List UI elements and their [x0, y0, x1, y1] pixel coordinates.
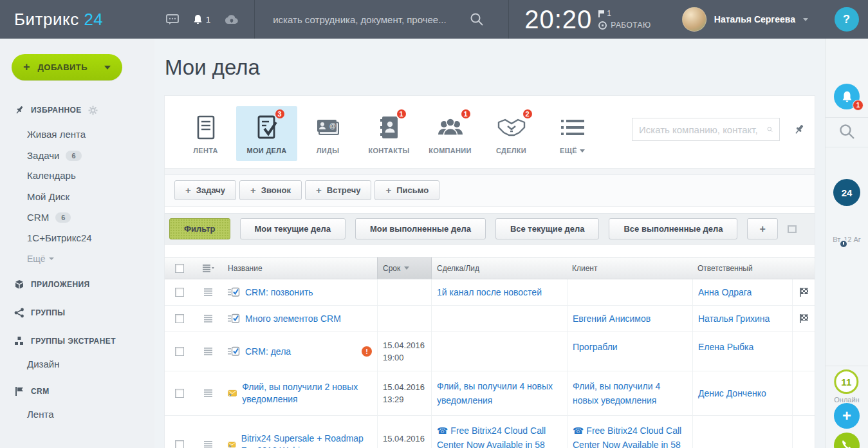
client-link[interactable]: Програбли [573, 340, 618, 354]
column-header-name[interactable]: Название [223, 257, 377, 279]
deal-link[interactable]: Флий, вы получили 4 новых уведомления [437, 379, 562, 407]
row-menu-icon[interactable] [204, 441, 212, 448]
activity-link[interactable]: Много элементов CRM [245, 313, 341, 325]
task-icon [228, 287, 240, 297]
deal-link[interactable]: ☎ Free Bitrix24 Cloud Call Center Now Av… [437, 424, 562, 448]
sidebar-item-crm-section[interactable]: CRM [0, 386, 154, 397]
table-header: Название Срок Сделка/Лид Клиент Ответств… [165, 257, 815, 279]
user-menu[interactable]: Наталья Сергеева [682, 7, 825, 32]
bell-count: 1 [206, 15, 210, 24]
crm-panel: ЛЕНТА 3 МОИ ДЕЛА @ ЛИДЫ 1 КОНТАКТЫ [164, 95, 815, 448]
bitrix24-chat-icon[interactable]: 24 [833, 179, 860, 206]
sidebar-item-extranet-groups[interactable]: ГРУППЫ ЭКСТРАНЕТ [0, 336, 154, 346]
tab-badge: 1 [460, 108, 472, 120]
filter-my-current[interactable]: Мои текущие дела [240, 218, 346, 239]
pin-icon[interactable] [793, 123, 806, 136]
row-menu-icon[interactable] [204, 288, 212, 296]
work-clock-block[interactable]: 20:20 1 РАБОТАЮ [509, 1, 651, 37]
plan-flag-icon [598, 10, 604, 17]
activity-link[interactable]: Флий, вы получили 2 новых уведомления [242, 381, 372, 406]
responsible-link[interactable]: Денис Донченко [698, 386, 766, 400]
pin-icon [14, 105, 24, 115]
mail-icon [228, 440, 236, 448]
search-icon[interactable] [470, 12, 484, 26]
search-icon[interactable] [767, 123, 773, 136]
telephony-button[interactable] [834, 433, 860, 448]
tab-feed[interactable]: ЛЕНТА [175, 106, 236, 161]
row-checkbox[interactable] [175, 347, 184, 356]
view-toggle-icon[interactable] [788, 225, 797, 233]
tab-companies[interactable]: 1 КОМПАНИИ [420, 106, 481, 161]
mail-icon [228, 389, 237, 398]
responsible-link[interactable]: Анна Одрага [698, 285, 752, 299]
sub-band [165, 169, 815, 175]
overdue-icon: ! [362, 346, 372, 357]
user-avatar[interactable] [682, 7, 706, 32]
add-meeting-button[interactable]: +Встречу [305, 180, 371, 200]
tab-my-activities[interactable]: 3 МОИ ДЕЛА [236, 106, 297, 161]
crm-search-input[interactable] [639, 124, 767, 135]
row-checkbox[interactable] [175, 389, 184, 398]
sidebar-item-crm[interactable]: CRM6 [0, 212, 154, 223]
client-link[interactable]: ☎ Free Bitrix24 Cloud Call Center Now Av… [573, 424, 687, 448]
sidebar-item-more[interactable]: Ещё [0, 254, 154, 264]
filter-all-done[interactable]: Все выполненные дела [609, 218, 737, 239]
row-checkbox[interactable] [175, 314, 184, 323]
sidebar-item-1c-bitrix24[interactable]: 1С+Битрикс24 [0, 232, 154, 243]
sidebar-item-apps[interactable]: ПРИЛОЖЕНИЯ [0, 279, 154, 290]
sidebar-item-live-feed[interactable]: Живая лента [0, 129, 154, 140]
client-link[interactable]: Евгений Анисимов [573, 312, 651, 326]
add-filter-button[interactable]: + [747, 218, 777, 239]
filter-my-done[interactable]: Мои выполненные дела [355, 218, 486, 239]
sidebar-item-my-disk[interactable]: Мой Диск [0, 191, 154, 202]
row-menu-icon[interactable] [204, 389, 212, 397]
clock-time: 20:20 [524, 1, 592, 37]
row-checkbox[interactable] [175, 440, 184, 448]
activity-link[interactable]: CRM: дела [245, 346, 291, 358]
search-icon[interactable] [838, 123, 855, 140]
bitrix24-logo[interactable]: Битрикс 24 [0, 10, 154, 30]
column-header-responsible[interactable]: Ответственный [692, 257, 792, 279]
finish-flag-icon [800, 288, 808, 297]
notifications-bell-icon[interactable]: 1 [193, 14, 210, 25]
messenger-icon[interactable] [166, 14, 179, 25]
sidebar-item-tasks[interactable]: Задачи6 [0, 150, 154, 161]
grid-menu-icon[interactable] [203, 265, 214, 272]
deal-link[interactable]: 1й канал после новостей [437, 285, 542, 299]
client-link[interactable]: Флий, вы получили 4 новых уведомления [573, 379, 687, 407]
activity-link[interactable]: Bitrix24 Supersale + Roadmap For 2016 We… [241, 433, 372, 448]
activity-link[interactable]: CRM: позвонить [245, 286, 313, 299]
add-email-button[interactable]: +Письмо [374, 180, 439, 200]
column-header-due[interactable]: Срок [377, 257, 432, 279]
row-menu-icon[interactable] [204, 348, 212, 355]
column-header-deal[interactable]: Сделка/Лид [432, 257, 567, 279]
responsible-link[interactable]: Наталья Грихина [698, 312, 770, 326]
sidebar-item-crm-feed[interactable]: Лента [0, 409, 154, 420]
row-menu-icon[interactable] [204, 315, 212, 322]
tab-badge: 3 [274, 108, 286, 120]
task-icon [228, 313, 240, 324]
help-button[interactable]: ? [835, 7, 859, 32]
tab-leads[interactable]: @ ЛИДЫ [297, 106, 358, 161]
responsible-link[interactable]: Елена Рыбка [698, 340, 753, 354]
row-checkbox[interactable] [175, 288, 184, 297]
cloud-disk-icon[interactable] [225, 15, 239, 24]
online-counter[interactable]: 11 [834, 369, 858, 394]
sidebar-item-groups[interactable]: ГРУППЫ [0, 308, 154, 318]
sidebar-item-calendar[interactable]: Календарь [0, 170, 154, 181]
filter-all-current[interactable]: Все текущие дела [495, 218, 600, 239]
sidebar-item-design[interactable]: Дизайн [0, 359, 154, 369]
column-header-client[interactable]: Клиент [567, 257, 692, 279]
tab-deals[interactable]: 2 СДЕЛКИ [481, 106, 542, 161]
add-task-button[interactable]: +Задачу [174, 180, 236, 200]
add-call-button[interactable]: +Звонок [239, 180, 302, 200]
tab-contacts[interactable]: 1 КОНТАКТЫ [358, 106, 420, 161]
notifications-button[interactable]: 1 [834, 84, 860, 109]
invite-add-button[interactable]: + [834, 403, 860, 429]
filter-button[interactable]: Фильтр [169, 218, 230, 239]
select-all-checkbox[interactable] [175, 264, 184, 273]
tab-more[interactable]: ЕЩЁ [542, 106, 603, 161]
gear-icon[interactable] [88, 106, 98, 115]
global-search-input[interactable] [273, 14, 470, 25]
add-button[interactable]: + ДОБАВИТЬ [12, 54, 122, 80]
